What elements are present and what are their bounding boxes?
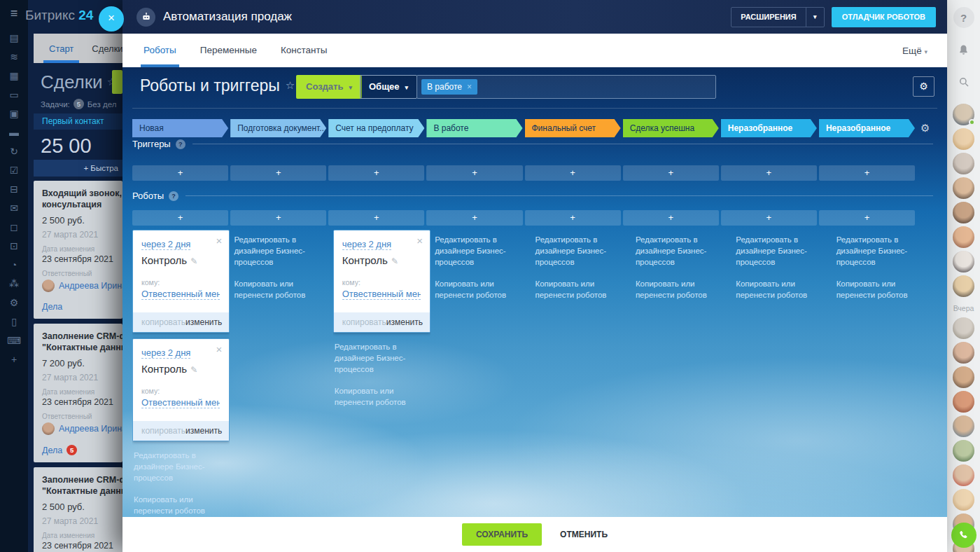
trigger-plus-button-4[interactable]: + xyxy=(426,165,522,181)
laptop-icon[interactable]: ⌨ xyxy=(7,336,21,346)
tablet-icon[interactable]: ▯ xyxy=(7,317,21,327)
contacts-icon[interactable]: ▣ xyxy=(7,109,21,119)
stage-7[interactable]: Неразобранное xyxy=(721,119,817,137)
deal-card[interactable]: Заполнение CRM-формы"Контактные данные"7… xyxy=(34,324,122,462)
trigger-plus-button-6[interactable]: + xyxy=(623,165,719,181)
help-icon[interactable]: ? xyxy=(169,191,178,201)
edit-in-designer-link[interactable]: Редактировать в дизайнере Бизнес-процесс… xyxy=(134,450,220,483)
tab-constants[interactable]: Константы xyxy=(281,34,327,67)
close-icon[interactable]: × xyxy=(216,344,223,354)
edit-pencil-icon[interactable]: ✎ xyxy=(391,256,398,266)
edit-in-designer-link[interactable]: Редактировать в дизайнере Бизнес-процесс… xyxy=(736,234,822,268)
sync-icon[interactable]: ↻ xyxy=(7,146,21,157)
filter-preset-dropdown[interactable]: Общее▾ xyxy=(360,75,417,99)
copy-move-robots-link[interactable]: Копировать или перенести роботов xyxy=(335,385,421,408)
more-menu[interactable]: Ещё ▾ xyxy=(902,46,947,56)
avatar[interactable] xyxy=(953,251,974,272)
robot-to-value-link[interactable]: Отвественный менед... xyxy=(141,397,220,408)
stage-4[interactable]: В работе xyxy=(426,119,522,137)
edit-in-designer-link[interactable]: Редактировать в дизайнере Бизнес-процесс… xyxy=(836,234,923,268)
avatar[interactable] xyxy=(953,391,974,413)
copy-move-robots-link[interactable]: Копировать или перенести роботов xyxy=(736,278,822,301)
copy-move-robots-link[interactable]: Копировать или перенести роботов xyxy=(636,278,722,301)
robot-plus-button-4[interactable]: + xyxy=(426,210,522,226)
create-button[interactable]: Создать▾ xyxy=(296,75,362,99)
trigger-plus-button-5[interactable]: + xyxy=(525,165,621,181)
settings-icon[interactable]: ⚙ xyxy=(7,298,21,308)
tab-start[interactable]: Старт xyxy=(49,43,74,54)
edit-in-designer-link[interactable]: Редактировать в дизайнере Бизнес-процесс… xyxy=(536,234,622,268)
apps-grid-icon[interactable]: ▦ xyxy=(7,71,21,81)
notifications-bell-icon[interactable] xyxy=(953,39,974,60)
avatar[interactable] xyxy=(953,440,974,462)
deal-card[interactable]: Входящий звонок, первичнаяконсультация2 … xyxy=(34,181,122,319)
avatar[interactable] xyxy=(953,202,974,223)
robot-plus-button-5[interactable]: + xyxy=(525,210,621,226)
network-icon[interactable]: ⁂ xyxy=(7,279,21,289)
avatar[interactable] xyxy=(953,415,974,437)
stage-5[interactable]: Финальный счет xyxy=(525,119,621,137)
edit-pencil-icon[interactable]: ✎ xyxy=(190,256,197,266)
add-icon[interactable]: + xyxy=(7,354,21,365)
phone-call-button[interactable] xyxy=(951,523,976,548)
avatar[interactable] xyxy=(953,153,974,174)
robot-to-value-link[interactable]: Отвественный менед... xyxy=(141,289,220,300)
avatar[interactable] xyxy=(953,317,974,339)
robot-debugger-button[interactable]: ОТЛАДЧИК РОБОТОВ xyxy=(832,7,936,27)
stage-6[interactable]: Сделка успешна xyxy=(623,119,719,137)
robot-plus-button-8[interactable]: + xyxy=(819,210,915,226)
tasks-icon[interactable]: ☑ xyxy=(7,165,21,176)
kanban-stage-header[interactable]: Первый контакт xyxy=(34,113,122,130)
favorite-star-icon[interactable]: ☆ xyxy=(286,79,295,91)
copy-move-robots-link[interactable]: Копировать или перенести роботов xyxy=(836,278,923,301)
copy-move-robots-link[interactable]: Копировать или перенести роботов xyxy=(536,278,622,301)
avatar[interactable] xyxy=(953,104,974,125)
shop-icon[interactable]: ⊟ xyxy=(7,184,21,195)
filter-chip-in-progress[interactable]: В работе× xyxy=(421,79,477,95)
copy-move-robots-link[interactable]: Копировать или перенести роботов xyxy=(435,278,522,301)
edit-pencil-icon[interactable]: ✎ xyxy=(190,365,197,375)
responsible-name[interactable]: Андреева Ирина xyxy=(59,281,122,291)
stage-1[interactable]: Новая xyxy=(132,119,228,137)
tab-deals[interactable]: Сделки xyxy=(92,43,122,54)
copy-move-robots-link[interactable]: Копировать или перенести роботов xyxy=(134,494,220,516)
avatar[interactable] xyxy=(953,226,974,248)
edit-in-designer-link[interactable]: Редактировать в дизайнере Бизнес-процесс… xyxy=(335,341,421,375)
cancel-button[interactable]: ОТМЕНИТЬ xyxy=(560,530,608,539)
filter-icon[interactable]: ≋ xyxy=(7,52,21,62)
copy-button[interactable]: копировать xyxy=(141,317,186,327)
chevron-down-icon[interactable]: ▾ xyxy=(806,8,824,27)
trigger-plus-button-3[interactable]: + xyxy=(328,165,424,181)
close-slider-button[interactable]: × xyxy=(99,6,124,32)
robot-delay-link[interactable]: через 2 дня xyxy=(141,347,190,359)
avatar[interactable] xyxy=(953,464,974,486)
responsible-name[interactable]: Андреева Ирина xyxy=(59,424,122,434)
search-icon[interactable] xyxy=(953,71,974,92)
stage-8[interactable]: Неразобранное xyxy=(819,119,915,137)
trigger-plus-button-8[interactable]: + xyxy=(819,165,915,181)
robot-plus-button-7[interactable]: + xyxy=(721,210,817,226)
chat-icon[interactable]: ◻ xyxy=(7,222,21,233)
remove-chip-icon[interactable]: × xyxy=(467,82,472,92)
quick-deal-button[interactable]: + Быстра xyxy=(34,160,122,177)
avatar[interactable] xyxy=(953,342,974,364)
robot-plus-button-1[interactable]: + xyxy=(132,210,228,226)
edit-button[interactable]: изменить xyxy=(186,317,222,327)
robot-plus-button-3[interactable]: + xyxy=(328,210,424,226)
time-icon[interactable]: ◔ xyxy=(7,260,21,270)
sites-icon[interactable]: ▭ xyxy=(7,90,21,100)
robot-plus-button-6[interactable]: + xyxy=(623,210,719,226)
robot-delay-link[interactable]: через 2 дня xyxy=(141,239,190,250)
settings-gear-button[interactable]: ⚙ xyxy=(913,76,934,97)
help-icon[interactable]: ? xyxy=(176,139,186,149)
help-icon[interactable]: ? xyxy=(953,7,974,28)
menu-icon[interactable]: ≡ xyxy=(7,8,21,19)
close-icon[interactable]: × xyxy=(416,235,423,246)
deal-card[interactable]: Заполнение CRM-формы"Контактные данные"2… xyxy=(34,467,122,552)
stage-2[interactable]: Подготовка документ... xyxy=(230,119,326,137)
copy-move-robots-link[interactable]: Копировать или перенести роботов xyxy=(234,278,321,301)
calendar-icon[interactable]: ⊡ xyxy=(7,241,21,251)
trigger-plus-button-1[interactable]: + xyxy=(132,165,228,181)
todo-link[interactable]: Дела xyxy=(42,302,122,312)
avatar[interactable] xyxy=(953,366,974,388)
